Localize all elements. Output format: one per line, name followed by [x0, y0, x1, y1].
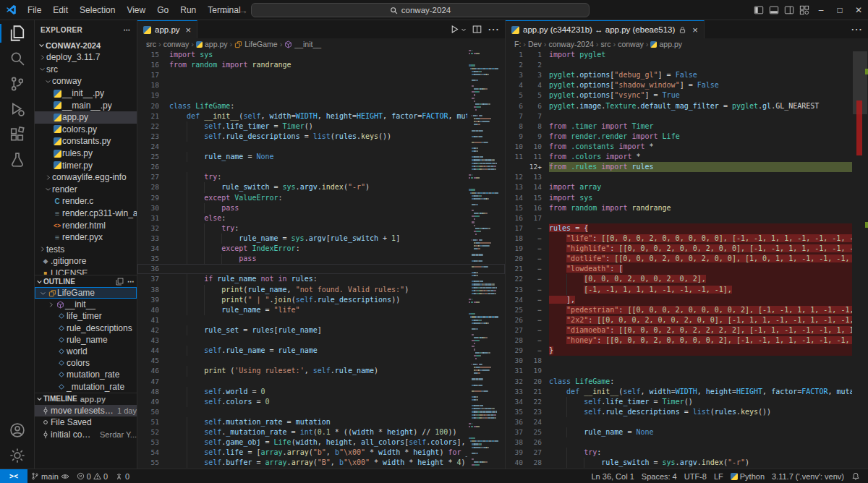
code-line-16[interactable]: 16from random import randrange [137, 60, 505, 70]
outline-item-life-timer[interactable]: life_timer [35, 310, 137, 322]
code-line-49[interactable]: 49 self.colors = 0 [137, 397, 505, 407]
settings-icon[interactable] [0, 443, 34, 468]
status-utf-8[interactable]: UTF-8 [681, 469, 710, 483]
breadcrumb-item[interactable]: conway [618, 40, 644, 48]
close-tab-icon[interactable]: × [692, 25, 698, 35]
diff-line-22[interactable]: 22− [0, 0, 0, 2, 0, 0, 2, 0, 2], [506, 274, 868, 284]
diff-line-31[interactable]: 3119 [506, 366, 868, 376]
layout-panel-icon[interactable] [766, 0, 781, 20]
file-row-constants-py[interactable]: constants.py [35, 135, 137, 148]
file-row-app-py[interactable]: app.py [35, 111, 137, 124]
diff-line-40[interactable]: 4028 rule_switch = sys.argv.index("-r") [506, 458, 868, 468]
code-line-23[interactable]: 23 self.rule_descriptions = list(rules.k… [137, 132, 505, 142]
code-line-24[interactable]: 24 [137, 142, 505, 152]
code-line-50[interactable]: 50 [137, 407, 505, 417]
code-line-55[interactable]: 55 self.buffer = array.array("B", b"\x00… [137, 458, 505, 468]
diff-line-9[interactable]: 1010from .constants import * [506, 142, 868, 152]
breadcrumb-item[interactable]: __init__ [294, 40, 321, 48]
menu-edit[interactable]: Edit [47, 5, 74, 15]
code-line-36[interactable]: 36 [137, 264, 505, 274]
editor-more-icon[interactable]: ⋯ [851, 22, 862, 36]
close-button[interactable]: ✕ [849, 0, 868, 20]
run-debug-icon[interactable] [0, 97, 34, 121]
diff-line-32[interactable]: 3220class LifeGame: [506, 377, 868, 387]
code-line-28[interactable]: 28 rule_switch = sys.argv.index("-r") [137, 182, 505, 192]
file-row-render-c[interactable]: Crender.c [35, 195, 137, 208]
tab-app-py[interactable]: app.py × [137, 20, 197, 38]
code-line-25[interactable]: 25 rule_name = None [137, 152, 505, 162]
timeline-item[interactable]: initial commitSerdar Y... [35, 429, 137, 441]
code-line-19[interactable]: 19 [137, 90, 505, 101]
problems-item[interactable]: 0 0 [73, 469, 111, 483]
menu-run[interactable]: Run [174, 5, 202, 15]
code-line-32[interactable]: 32 try: [137, 223, 505, 234]
diff-line-25[interactable]: 25− "pedestrian": [[0, 0, 0, 2, 0, 0, 0,… [506, 305, 868, 315]
file-row--gitignore[interactable]: ◆.gitignore [35, 255, 137, 268]
breadcrumb-item[interactable]: src [146, 40, 156, 48]
tab-diff-app-py[interactable]: app.py (c344231b) ↔ app.py (ebeae513) × [506, 20, 705, 38]
extensions-icon[interactable] [0, 122, 34, 147]
run-python-file-icon[interactable] [450, 25, 459, 34]
diff-line-2[interactable]: 33pyglet.options["debug_gl"] = False [506, 70, 868, 80]
code-line-20[interactable]: 20class LifeGame: [137, 101, 505, 111]
diff-line-35[interactable]: 3523 self.rule_descriptions = list(rules… [506, 407, 868, 417]
code-line-42[interactable]: 42 rule_set = rules[rule_name] [137, 325, 505, 335]
code-line-35[interactable]: 35 pass [137, 254, 505, 264]
status-python[interactable]: Python [727, 469, 768, 483]
code-line-44[interactable]: 44 self.rule_name = rule_name [137, 346, 505, 356]
diff-line-29[interactable]: 29−} [506, 346, 868, 356]
diff-line-15[interactable]: 1516from random import randrange [506, 203, 868, 213]
code-line-15[interactable]: 15import sys [137, 50, 505, 60]
code-line-34[interactable]: 34 except IndexError: [137, 244, 505, 254]
collapse-all-icon[interactable] [114, 278, 125, 286]
code-line-17[interactable]: 17 [137, 70, 505, 80]
diff-line-24[interactable]: 24− ], [506, 295, 868, 305]
minimize-button[interactable]: – [812, 0, 830, 20]
status-ln[interactable]: Ln 36, Col 1 [587, 469, 637, 483]
diff-line-18[interactable]: 18− "life": [[0, 0, 0, 2, 0, 0, 0, 0, 0]… [506, 234, 868, 244]
diff-line-11[interactable]: 12+from .rules import rules [506, 162, 868, 172]
tree-root-conway-2024[interactable]: CONWAY-2024 [35, 39, 137, 51]
diff-line-12[interactable]: 1213 [506, 172, 868, 182]
diff-line-34[interactable]: 3422 self.life_timer = Timer() [506, 397, 868, 407]
code-line-26[interactable]: 26 [137, 162, 505, 172]
code-line-53[interactable]: 53 self.game_obj = Life(width, height, a… [137, 437, 505, 448]
code-line-33[interactable]: 33 rule_name = sys.argv[rule_switch + 1] [137, 234, 505, 244]
explorer-icon[interactable] [0, 21, 34, 46]
code-line-40[interactable]: 40 rule_name = "life" [137, 305, 505, 315]
back-arrow-icon[interactable]: ← [221, 4, 231, 16]
code-line-46[interactable]: 46 print ('Using ruleset:', self.rule_na… [137, 366, 505, 376]
scrollbar[interactable] [852, 50, 868, 469]
breadcrumb-item[interactable]: src [601, 40, 611, 48]
breadcrumb-item[interactable]: app.py [659, 40, 682, 48]
code-line-27[interactable]: 27 try: [137, 172, 505, 182]
code-line-37[interactable]: 37 if rule_name not in rules: [137, 274, 505, 284]
customize-layout-icon[interactable] [796, 0, 812, 20]
diff-line-6[interactable]: 77 [506, 111, 868, 121]
code-line-54[interactable]: 54 self.life = [array.array("b", b"\x00"… [137, 448, 505, 458]
breadcrumb-item[interactable]: LifeGame [244, 40, 278, 48]
eye-icon[interactable] [61, 472, 69, 481]
account-icon[interactable] [0, 418, 34, 443]
editor-more-icon[interactable]: ⋯ [488, 22, 499, 36]
code-line-47[interactable]: 47 [137, 377, 505, 387]
diff-line-33[interactable]: 3321 def __init__(self, width=WIDTH, hei… [506, 387, 868, 397]
code-line-22[interactable]: 22 self.life_timer = Timer() [137, 121, 505, 132]
code-line-31[interactable]: 31 else: [137, 213, 505, 223]
forward-arrow-icon[interactable]: → [238, 4, 248, 16]
outline-item---init--[interactable]: __init__ [35, 299, 137, 310]
timeline-item[interactable]: File Saved [35, 416, 137, 429]
file-row-src[interactable]: src [35, 64, 137, 76]
outline-item-rule-descriptions[interactable]: rule_descriptions [35, 322, 137, 334]
file-row-render-pyx[interactable]: ≡render.pyx [35, 231, 137, 244]
code-editor[interactable]: 15import sys16from random import randran… [137, 50, 505, 469]
file-row--main-py[interactable]: __main__.py [35, 99, 137, 111]
diff-line-21[interactable]: 21− "lowdeath": [ [506, 264, 868, 274]
outline-item-rule-name[interactable]: rule_name [35, 334, 137, 346]
code-line-29[interactable]: 29 except ValueError: [137, 193, 505, 203]
outline-item-world[interactable]: world [35, 346, 137, 357]
ports-item[interactable]: 0 [111, 469, 133, 483]
file-row-colors-py[interactable]: colors.py [35, 124, 137, 136]
diff-line-36[interactable]: 3624 [506, 417, 868, 427]
file-row-render[interactable]: render [35, 184, 137, 196]
